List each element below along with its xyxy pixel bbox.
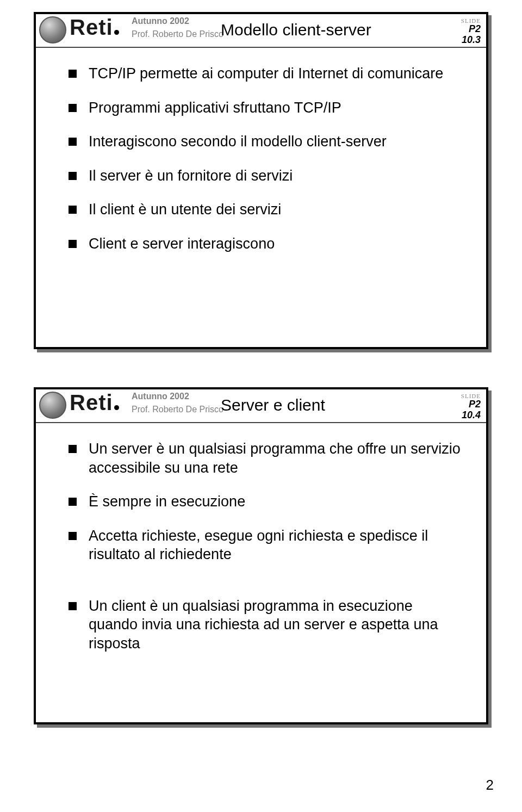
brand-logo: Reti <box>70 390 120 415</box>
list-item: Il server è un fornitore di servizi <box>69 166 464 185</box>
bullet-icon <box>69 602 77 610</box>
crest-icon <box>39 392 66 419</box>
slide-2: Reti Autunno 2002 Prof. Roberto De Prisc… <box>34 387 488 724</box>
bullet-text: Il client è un utente dei servizi <box>89 200 464 219</box>
bullet-icon <box>69 532 77 540</box>
prof-label: Prof. Roberto De Prisco <box>132 29 223 39</box>
bullet-text: TCP/IP permette ai computer di Internet … <box>89 64 464 83</box>
list-item: Interagiscono secondo il modello client-… <box>69 132 464 151</box>
slide-1: Reti Autunno 2002 Prof. Roberto De Prisc… <box>34 12 488 349</box>
bullet-text: Client e server interagiscono <box>89 234 464 253</box>
list-item: È sempre in esecuzione <box>69 492 464 511</box>
bullet-icon <box>69 445 77 453</box>
p-label: P2 <box>461 399 481 410</box>
term-label: Autunno 2002 <box>132 16 189 26</box>
list-item: Un client è un qualsiasi programma in es… <box>69 597 464 653</box>
list-item: Un server è un qualsiasi programma che o… <box>69 439 464 477</box>
bullet-text: Programmi applicativi sfruttano TCP/IP <box>89 98 464 117</box>
brand-logo-text: Reti <box>70 390 113 414</box>
slide-title: Server e client <box>221 396 325 414</box>
list-item: Accetta richieste, esegue ogni richiesta… <box>69 526 464 564</box>
bullet-text: Accetta richieste, esegue ogni richiesta… <box>89 526 464 564</box>
page-indicator: SLIDE P2 10.3 <box>461 17 481 46</box>
list-item: TCP/IP permette ai computer di Internet … <box>69 64 464 83</box>
page-number: 10.3 <box>461 35 481 46</box>
bullet-icon <box>69 138 77 146</box>
slide-body: Un server è un qualsiasi programma che o… <box>36 423 486 679</box>
page-number: 10.4 <box>461 410 481 421</box>
slide-header: Reti Autunno 2002 Prof. Roberto De Prisc… <box>36 14 486 48</box>
p-label: P2 <box>461 24 481 35</box>
list-item: Il client è un utente dei servizi <box>69 200 464 219</box>
bullet-icon <box>69 104 77 112</box>
crest-icon <box>39 16 66 44</box>
bullet-icon <box>69 172 77 180</box>
slide-header: Reti Autunno 2002 Prof. Roberto De Prisc… <box>36 389 486 423</box>
bullet-text: Un server è un qualsiasi programma che o… <box>89 439 464 477</box>
bullet-icon <box>69 240 77 248</box>
list-item: Programmi applicativi sfruttano TCP/IP <box>69 98 464 117</box>
brand-logo-text: Reti <box>70 15 113 39</box>
bullet-text: È sempre in esecuzione <box>89 492 464 511</box>
page-indicator: SLIDE P2 10.4 <box>461 393 481 421</box>
bullet-text: Un client è un qualsiasi programma in es… <box>89 597 464 653</box>
bullet-icon <box>69 498 77 506</box>
bullet-text: Interagiscono secondo il modello client-… <box>89 132 464 151</box>
term-label: Autunno 2002 <box>132 392 189 401</box>
page-footer-number: 2 <box>486 777 494 794</box>
dot-icon <box>114 405 119 410</box>
dot-icon <box>114 30 119 35</box>
slide-title: Modello client-server <box>221 21 371 39</box>
bullet-text: Il server è un fornitore di servizi <box>89 166 464 185</box>
list-item: Client e server interagiscono <box>69 234 464 253</box>
bullet-icon <box>69 206 77 214</box>
bullet-icon <box>69 70 77 78</box>
prof-label: Prof. Roberto De Prisco <box>132 405 223 414</box>
slide-body: TCP/IP permette ai computer di Internet … <box>36 48 486 279</box>
brand-logo: Reti <box>70 15 120 40</box>
